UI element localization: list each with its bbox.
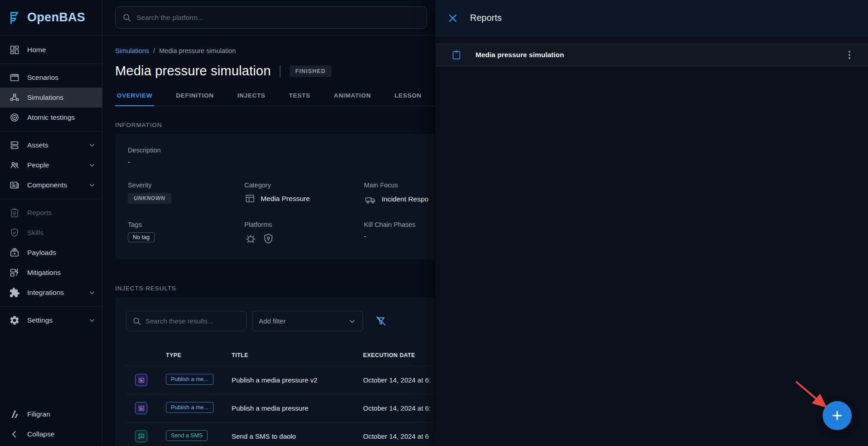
clear-filters-icon[interactable] (375, 315, 387, 327)
sidebar-item-label: Integrations (27, 289, 64, 297)
main-focus-value: Incident Respo (382, 195, 428, 203)
tab-animation[interactable]: ANIMATION (332, 86, 373, 106)
inject-type-chip: Publish a me... (166, 402, 213, 413)
divider (0, 199, 102, 199)
sidebar-item-simulations[interactable]: Simulations (0, 88, 102, 108)
chevron-down-icon (87, 141, 97, 150)
tab-definition[interactable]: DEFINITION (174, 86, 216, 106)
divider (0, 306, 102, 307)
inject-title: Send a SMS to daolo (232, 432, 363, 440)
more-options-icon[interactable] (844, 49, 855, 61)
sidebar-item-mitigations[interactable]: Mitigations (0, 263, 102, 283)
platform-search[interactable] (115, 6, 427, 29)
chevron-left-icon (9, 429, 20, 440)
sidebar-item-label: Home (27, 46, 46, 54)
sidebar: OpenBAS Home Scenarios (0, 0, 102, 446)
home-icon (9, 44, 20, 55)
shield-check-icon (9, 227, 20, 238)
sidebar-item-label: Settings (27, 316, 53, 324)
add-filter-select[interactable]: Add filter (252, 311, 363, 331)
movie-icon (9, 72, 20, 83)
openbas-logo-icon (7, 10, 23, 25)
search-icon (122, 13, 132, 23)
sidebar-item-label: Reports (27, 209, 52, 217)
platforms-label: Platforms (244, 221, 364, 228)
breadcrumb-simulations-link[interactable]: Simulations (115, 47, 149, 54)
divider (0, 131, 102, 132)
filigran-link[interactable]: Filigran (0, 404, 102, 424)
inject-type-chip: Publish a me... (166, 374, 213, 385)
chevron-down-icon (87, 181, 97, 190)
sidebar-item-label: Payloads (27, 249, 56, 257)
sidebar-item-reports[interactable]: Reports (0, 203, 102, 223)
breadcrumb-current: Media pressure simulation (159, 47, 236, 54)
reports-drawer: Reports Media pressure simulation (436, 0, 868, 446)
storage-icon (9, 140, 20, 151)
tags-field: Tags No tag (128, 221, 244, 245)
no-tag-chip: No tag (128, 232, 155, 242)
status-badge: FINISHED (290, 65, 331, 77)
tab-overview[interactable]: OVERVIEW (115, 86, 154, 106)
add-filter-label: Add filter (259, 317, 286, 325)
filigran-logo-icon (9, 409, 20, 420)
tab-bar: OVERVIEW DEFINITION INJECTS TESTS ANIMAT… (115, 86, 436, 106)
col-type[interactable]: TYPE (166, 352, 232, 358)
inject-type-chip: Send a SMS (166, 430, 208, 441)
page-title: Media pressure simulation (115, 64, 271, 78)
clipboard-icon (9, 207, 20, 218)
category-label: Category (244, 181, 364, 189)
newspaper-icon (9, 180, 20, 191)
tab-injects[interactable]: INJECTS (236, 86, 267, 106)
sidebar-item-label: Skills (27, 229, 44, 237)
close-icon[interactable] (446, 12, 459, 25)
sidebar-item-label: Atomic testings (27, 113, 75, 122)
category-value: Media Pressure (261, 195, 310, 203)
puzzle-icon (9, 287, 20, 298)
sidebar-item-people[interactable]: People (0, 155, 102, 175)
platform-search-input[interactable] (136, 14, 420, 22)
logo[interactable]: OpenBAS (0, 0, 102, 35)
results-search-input[interactable] (145, 317, 241, 325)
search-icon (132, 316, 142, 326)
sidebar-item-label: Assets (27, 141, 48, 149)
sidebar-nav: Home Scenarios Simulations (0, 35, 102, 404)
report-list-item[interactable]: Media pressure simulation (436, 44, 868, 66)
inject-title: Publish a media pressure v2 (232, 376, 363, 384)
sidebar-item-home[interactable]: Home (0, 40, 102, 60)
dynamic-form-icon (9, 267, 20, 278)
platforms-field: Platforms (244, 221, 364, 245)
add-report-button[interactable] (823, 401, 852, 430)
tab-tests[interactable]: TESTS (287, 86, 312, 106)
sidebar-item-skills[interactable]: Skills (0, 223, 102, 243)
chevron-down-icon (87, 161, 97, 170)
platform-swarm-icon (244, 232, 257, 245)
sidebar-item-label: People (27, 161, 49, 169)
sidebar-item-components[interactable]: Components (0, 175, 102, 195)
breadcrumb-separator: / (153, 47, 155, 54)
sidebar-item-atomic-testings[interactable]: Atomic testings (0, 108, 102, 127)
category-icon (244, 193, 256, 204)
sidebar-item-settings[interactable]: Settings (0, 310, 102, 330)
filigran-label: Filigran (27, 410, 50, 418)
col-title[interactable]: TITLE (232, 352, 363, 358)
reports-list: Media pressure simulation (436, 36, 868, 66)
sidebar-item-label: Mitigations (27, 269, 61, 277)
plus-icon (830, 409, 844, 422)
severity-label: Severity (128, 181, 244, 189)
sidebar-item-integrations[interactable]: Integrations (0, 283, 102, 303)
sms-icon (135, 430, 147, 442)
drawer-title: Reports (470, 13, 502, 23)
tab-lessons[interactable]: LESSON (393, 86, 423, 106)
collapse-sidebar-button[interactable]: Collapse (0, 424, 102, 444)
tags-label: Tags (128, 221, 244, 228)
results-search[interactable] (126, 311, 247, 331)
collapse-label: Collapse (27, 430, 54, 438)
drawer-header: Reports (436, 0, 868, 36)
sidebar-item-assets[interactable]: Assets (0, 135, 102, 155)
subscriptions-icon (9, 247, 20, 258)
sidebar-item-payloads[interactable]: Payloads (0, 243, 102, 263)
divider (0, 64, 102, 64)
severity-badge: UNKNOWN (128, 193, 171, 204)
report-name: Media pressure simulation (475, 51, 564, 59)
sidebar-item-scenarios[interactable]: Scenarios (0, 68, 102, 88)
